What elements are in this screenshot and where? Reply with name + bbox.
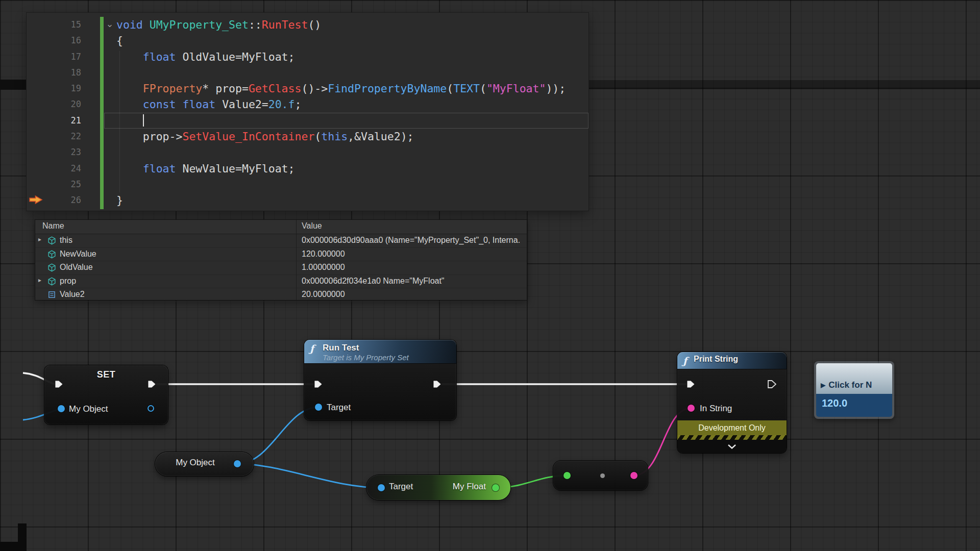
target-input-pin[interactable] bbox=[378, 484, 385, 491]
node-header: ƒ Print String bbox=[677, 352, 787, 369]
fold-chevron-icon[interactable]: ⌄ bbox=[105, 17, 115, 33]
variable-value: 0x000006d30d90aaa0 (Name="MyProperty_Set… bbox=[302, 236, 520, 245]
watch-header-row: Name Value bbox=[35, 220, 527, 234]
hazard-stripes bbox=[677, 435, 787, 440]
gutter-line-number[interactable]: 15 bbox=[27, 17, 81, 33]
node-title: Print String bbox=[694, 355, 738, 364]
variable-value: 1.00000000 bbox=[302, 263, 345, 272]
code-line[interactable]: void UMyProperty_Set::RunTest() bbox=[104, 17, 589, 33]
get-my-float-node[interactable]: Target My Float bbox=[366, 475, 510, 500]
variable-type-icon bbox=[47, 250, 56, 259]
watch-rows[interactable]: ▸ this 0x000006d30d90aaa0 (Name="MyPrope… bbox=[35, 234, 527, 302]
node-title: Run Test bbox=[323, 343, 359, 353]
column-header-value[interactable]: Value bbox=[302, 221, 322, 231]
execution-pointer-icon[interactable] bbox=[29, 195, 43, 207]
code-line[interactable]: prop->SetValue_InContainer(this,&Value2)… bbox=[104, 129, 589, 144]
gutter-line-number[interactable]: 17 bbox=[27, 49, 81, 65]
column-divider[interactable] bbox=[296, 220, 297, 300]
object-wire-myobject-to-myfloat-target[interactable] bbox=[237, 464, 381, 488]
variable-name: prop bbox=[60, 277, 76, 286]
object-output-pin[interactable] bbox=[148, 405, 154, 412]
exec-in-pin[interactable] bbox=[314, 380, 323, 388]
play-icon: ▶ bbox=[821, 381, 825, 390]
object-output-pin[interactable] bbox=[234, 460, 241, 467]
exec-in-pin[interactable] bbox=[687, 380, 695, 388]
object-input-pin[interactable] bbox=[58, 405, 65, 412]
variable-name: this bbox=[60, 236, 72, 245]
pin-label: In String bbox=[700, 404, 732, 414]
exec-in-pin[interactable] bbox=[55, 380, 63, 388]
string-output-pin[interactable] bbox=[630, 472, 638, 479]
gutter-line-number[interactable]: 19 bbox=[27, 81, 81, 96]
float-input-pin[interactable] bbox=[564, 472, 571, 479]
code-line[interactable] bbox=[104, 113, 589, 129]
run-test-node[interactable]: ƒ Run Test Target is My Property Set Tar… bbox=[304, 340, 456, 420]
exec-out-pin[interactable] bbox=[148, 380, 156, 388]
variable-value: 120.000000 bbox=[302, 249, 345, 259]
conversion-dot-icon bbox=[600, 473, 605, 478]
gutter-line-number[interactable]: 18 bbox=[27, 65, 81, 81]
gutter-line-number[interactable]: 22 bbox=[27, 129, 81, 144]
pin-label: Target bbox=[327, 403, 351, 413]
code-line[interactable]: { bbox=[104, 33, 589, 48]
in-string-input-pin[interactable] bbox=[688, 405, 695, 412]
column-header-name[interactable]: Name bbox=[42, 221, 64, 231]
node-header: ƒ Run Test Target is My Property Set bbox=[304, 340, 456, 363]
watch-row[interactable]: ▸ prop 0x000006d2f034e1a0 Name="MyFloat" bbox=[35, 275, 527, 289]
watch-row[interactable]: ▸ OldValue 1.00000000 bbox=[35, 261, 527, 275]
variable-name: OldValue bbox=[60, 263, 93, 272]
float-to-string-conversion-node[interactable] bbox=[553, 461, 648, 490]
code-line[interactable]: float OldValue=MyFloat; bbox=[104, 49, 589, 65]
gutter-line-number[interactable]: 24 bbox=[27, 161, 81, 177]
expand-arrow-icon[interactable]: ▸ bbox=[38, 277, 41, 284]
line-number-gutter[interactable]: 151617181920212223242526 bbox=[27, 17, 104, 209]
pin-label: My Object bbox=[69, 404, 108, 414]
gutter-line-number[interactable]: 16 bbox=[27, 33, 81, 48]
print-string-node[interactable]: ƒ Print String In String Development Onl… bbox=[677, 352, 787, 453]
variable-type-icon bbox=[47, 290, 56, 299]
code-line[interactable]: } bbox=[104, 192, 589, 208]
variable-name: NewValue bbox=[60, 249, 96, 259]
debugger-watch-panel[interactable]: Name Value ▸ this 0x000006d30d90aaa0 (Na… bbox=[35, 219, 527, 300]
code-editor[interactable]: 151617181920212223242526 void UMyPropert… bbox=[27, 13, 589, 211]
code-line[interactable] bbox=[104, 65, 589, 81]
variable-value: 20.0000000 bbox=[302, 290, 345, 299]
watch-row[interactable]: ▸ NewValue 120.000000 bbox=[35, 248, 527, 262]
code-line[interactable]: FProperty* prop=GetClass()->FindProperty… bbox=[104, 81, 589, 96]
function-icon: ƒ bbox=[683, 355, 687, 366]
code-line[interactable] bbox=[104, 177, 589, 192]
set-node[interactable]: SET My Object bbox=[44, 365, 168, 424]
debug-value-bubble[interactable]: ▶ Click for N 120.0 bbox=[814, 361, 894, 419]
exec-out-pin-unconnected[interactable] bbox=[768, 380, 776, 388]
gutter-line-number[interactable]: 21 bbox=[27, 113, 81, 129]
variable-type-icon bbox=[47, 263, 56, 272]
indent-guide bbox=[119, 51, 120, 192]
exec-out-pin[interactable] bbox=[433, 380, 442, 388]
watch-row[interactable]: ▸ Value2 20.0000000 bbox=[35, 288, 527, 302]
code-line[interactable] bbox=[104, 144, 589, 160]
debug-bubble-value: 120.0 bbox=[816, 394, 892, 417]
debug-bubble-button[interactable]: ▶ Click for N bbox=[816, 363, 892, 394]
gutter-line-number[interactable]: 25 bbox=[27, 177, 81, 192]
variable-name: Value2 bbox=[60, 290, 85, 299]
my-object-getter-node[interactable]: My Object bbox=[155, 452, 254, 476]
gutter-line-number[interactable]: 23 bbox=[27, 144, 81, 160]
watch-row[interactable]: ▸ this 0x000006d30d90aaa0 (Name="MyPrope… bbox=[35, 234, 527, 248]
text-caret bbox=[143, 114, 144, 127]
pin-label: My Float bbox=[453, 482, 486, 492]
gutter-line-number[interactable]: 20 bbox=[27, 96, 81, 112]
float-output-pin[interactable] bbox=[492, 484, 499, 491]
node-expand-footer[interactable] bbox=[677, 440, 787, 453]
debug-bubble-label: Click for N bbox=[828, 380, 872, 390]
code-area[interactable]: void UMyProperty_Set::RunTest(){ float O… bbox=[104, 17, 589, 209]
variable-label: My Object bbox=[155, 458, 235, 468]
expand-arrow-icon[interactable]: ▸ bbox=[38, 236, 41, 243]
node-subtitle: Target is My Property Set bbox=[323, 353, 409, 362]
chevron-down-icon[interactable] bbox=[728, 444, 736, 449]
development-only-banner: Development Only bbox=[677, 420, 787, 435]
target-input-pin[interactable] bbox=[315, 404, 322, 411]
code-line[interactable]: float NewValue=MyFloat; bbox=[104, 161, 589, 177]
variable-type-icon bbox=[47, 236, 56, 245]
code-line[interactable]: const float Value2=20.f; bbox=[104, 96, 589, 112]
vcs-change-bar bbox=[100, 17, 104, 209]
